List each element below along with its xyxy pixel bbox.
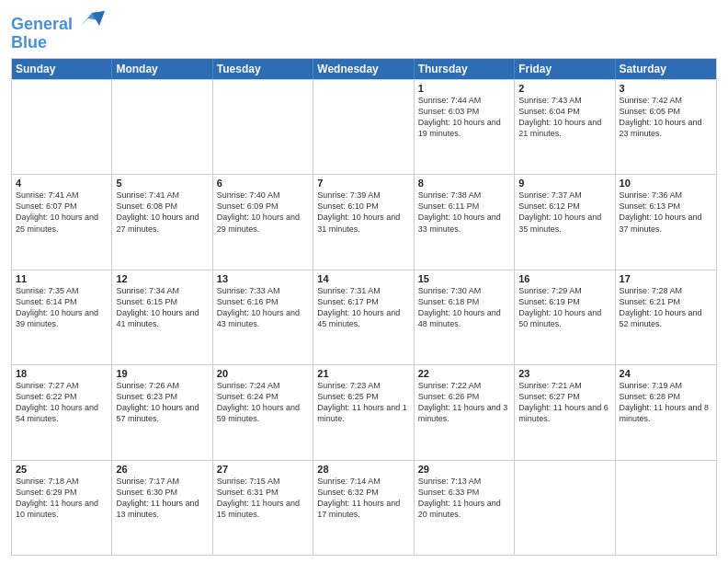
weekday-header: Thursday [415, 59, 515, 79]
day-info: Sunrise: 7:44 AM Sunset: 6:03 PM Dayligh… [418, 95, 510, 140]
day-number: 19 [116, 368, 208, 379]
calendar-header: SundayMondayTuesdayWednesdayThursdayFrid… [12, 59, 716, 79]
calendar-cell: 13Sunrise: 7:33 AM Sunset: 6:16 PM Dayli… [213, 270, 313, 364]
calendar-cell: 21Sunrise: 7:23 AM Sunset: 6:25 PM Dayli… [313, 365, 414, 459]
day-info: Sunrise: 7:43 AM Sunset: 6:04 PM Dayligh… [518, 95, 610, 140]
day-info: Sunrise: 7:37 AM Sunset: 6:12 PM Dayligh… [518, 190, 610, 235]
calendar-cell: 19Sunrise: 7:26 AM Sunset: 6:23 PM Dayli… [112, 365, 212, 459]
calendar-cell: 23Sunrise: 7:21 AM Sunset: 6:27 PM Dayli… [515, 365, 615, 459]
calendar-cell [112, 80, 212, 174]
day-info: Sunrise: 7:19 AM Sunset: 6:28 PM Dayligh… [620, 380, 712, 425]
calendar-cell: 14Sunrise: 7:31 AM Sunset: 6:17 PM Dayli… [313, 270, 414, 364]
day-info: Sunrise: 7:21 AM Sunset: 6:27 PM Dayligh… [518, 380, 610, 425]
day-number: 25 [16, 464, 108, 475]
day-info: Sunrise: 7:27 AM Sunset: 6:22 PM Dayligh… [16, 380, 108, 425]
page: General Blue SundayMondayTuesdayWednesda… [0, 0, 728, 563]
day-number: 12 [116, 273, 208, 284]
day-number: 20 [217, 368, 309, 379]
calendar-cell: 24Sunrise: 7:19 AM Sunset: 6:28 PM Dayli… [616, 365, 716, 459]
calendar-row: 25Sunrise: 7:18 AM Sunset: 6:29 PM Dayli… [12, 460, 716, 555]
day-info: Sunrise: 7:15 AM Sunset: 6:31 PM Dayligh… [217, 476, 309, 521]
day-info: Sunrise: 7:13 AM Sunset: 6:33 PM Dayligh… [418, 476, 510, 521]
day-info: Sunrise: 7:22 AM Sunset: 6:26 PM Dayligh… [418, 380, 510, 425]
day-number: 17 [620, 273, 712, 284]
calendar-cell: 11Sunrise: 7:35 AM Sunset: 6:14 PM Dayli… [12, 270, 112, 364]
calendar-cell: 3Sunrise: 7:42 AM Sunset: 6:05 PM Daylig… [616, 80, 716, 174]
day-number: 21 [317, 368, 409, 379]
weekday-header: Sunday [12, 59, 112, 79]
day-number: 27 [217, 464, 309, 475]
logo-general: General [11, 15, 73, 33]
day-info: Sunrise: 7:26 AM Sunset: 6:23 PM Dayligh… [116, 380, 208, 425]
calendar-cell [12, 80, 112, 174]
day-info: Sunrise: 7:30 AM Sunset: 6:18 PM Dayligh… [418, 285, 510, 330]
calendar-cell: 26Sunrise: 7:17 AM Sunset: 6:30 PM Dayli… [112, 461, 212, 555]
day-number: 24 [620, 368, 712, 379]
day-info: Sunrise: 7:23 AM Sunset: 6:25 PM Dayligh… [317, 380, 409, 425]
calendar-cell: 5Sunrise: 7:41 AM Sunset: 6:08 PM Daylig… [112, 175, 212, 269]
day-number: 7 [317, 178, 409, 189]
day-info: Sunrise: 7:14 AM Sunset: 6:32 PM Dayligh… [317, 476, 409, 521]
day-info: Sunrise: 7:41 AM Sunset: 6:07 PM Dayligh… [16, 190, 108, 235]
day-number: 28 [317, 464, 409, 475]
logo-text: General [11, 9, 105, 34]
day-number: 11 [16, 273, 108, 284]
day-number: 29 [418, 464, 510, 475]
day-number: 18 [16, 368, 108, 379]
weekday-header: Wednesday [313, 59, 414, 79]
day-info: Sunrise: 7:24 AM Sunset: 6:24 PM Dayligh… [217, 380, 309, 425]
day-info: Sunrise: 7:17 AM Sunset: 6:30 PM Dayligh… [116, 476, 208, 521]
calendar-cell: 10Sunrise: 7:36 AM Sunset: 6:13 PM Dayli… [616, 175, 716, 269]
calendar-cell: 22Sunrise: 7:22 AM Sunset: 6:26 PM Dayli… [415, 365, 515, 459]
day-number: 8 [418, 178, 510, 189]
weekday-header: Saturday [616, 59, 716, 79]
calendar-cell: 15Sunrise: 7:30 AM Sunset: 6:18 PM Dayli… [415, 270, 515, 364]
calendar-cell: 20Sunrise: 7:24 AM Sunset: 6:24 PM Dayli… [213, 365, 313, 459]
day-info: Sunrise: 7:41 AM Sunset: 6:08 PM Dayligh… [116, 190, 208, 235]
day-number: 6 [217, 178, 309, 189]
day-info: Sunrise: 7:31 AM Sunset: 6:17 PM Dayligh… [317, 285, 409, 330]
calendar-cell: 8Sunrise: 7:38 AM Sunset: 6:11 PM Daylig… [415, 175, 515, 269]
day-info: Sunrise: 7:38 AM Sunset: 6:11 PM Dayligh… [418, 190, 510, 235]
day-info: Sunrise: 7:29 AM Sunset: 6:19 PM Dayligh… [518, 285, 610, 330]
calendar-row: 4Sunrise: 7:41 AM Sunset: 6:07 PM Daylig… [12, 174, 716, 269]
day-info: Sunrise: 7:35 AM Sunset: 6:14 PM Dayligh… [16, 285, 108, 330]
calendar-cell: 17Sunrise: 7:28 AM Sunset: 6:21 PM Dayli… [616, 270, 716, 364]
day-number: 3 [620, 83, 712, 94]
day-number: 2 [518, 83, 610, 94]
calendar: SundayMondayTuesdayWednesdayThursdayFrid… [11, 58, 717, 556]
calendar-cell: 12Sunrise: 7:34 AM Sunset: 6:15 PM Dayli… [112, 270, 212, 364]
weekday-header: Tuesday [213, 59, 313, 79]
calendar-cell: 7Sunrise: 7:39 AM Sunset: 6:10 PM Daylig… [313, 175, 414, 269]
calendar-cell: 2Sunrise: 7:43 AM Sunset: 6:04 PM Daylig… [515, 80, 615, 174]
header: General Blue [11, 9, 717, 52]
weekday-header: Friday [515, 59, 615, 79]
day-info: Sunrise: 7:33 AM Sunset: 6:16 PM Dayligh… [217, 285, 309, 330]
calendar-cell: 27Sunrise: 7:15 AM Sunset: 6:31 PM Dayli… [213, 461, 313, 555]
calendar-cell [616, 461, 716, 555]
calendar-cell [313, 80, 414, 174]
calendar-row: 11Sunrise: 7:35 AM Sunset: 6:14 PM Dayli… [12, 270, 716, 364]
calendar-row: 18Sunrise: 7:27 AM Sunset: 6:22 PM Dayli… [12, 364, 716, 459]
calendar-cell: 29Sunrise: 7:13 AM Sunset: 6:33 PM Dayli… [415, 461, 515, 555]
day-info: Sunrise: 7:34 AM Sunset: 6:15 PM Dayligh… [116, 285, 208, 330]
calendar-cell: 4Sunrise: 7:41 AM Sunset: 6:07 PM Daylig… [12, 175, 112, 269]
calendar-cell: 25Sunrise: 7:18 AM Sunset: 6:29 PM Dayli… [12, 461, 112, 555]
day-number: 15 [418, 273, 510, 284]
calendar-cell: 16Sunrise: 7:29 AM Sunset: 6:19 PM Dayli… [515, 270, 615, 364]
calendar-cell: 1Sunrise: 7:44 AM Sunset: 6:03 PM Daylig… [415, 80, 515, 174]
day-info: Sunrise: 7:40 AM Sunset: 6:09 PM Dayligh… [217, 190, 309, 235]
day-number: 5 [116, 178, 208, 189]
day-info: Sunrise: 7:18 AM Sunset: 6:29 PM Dayligh… [16, 476, 108, 521]
day-number: 26 [116, 464, 208, 475]
logo-blue: Blue [11, 34, 105, 52]
calendar-cell [213, 80, 313, 174]
day-number: 16 [518, 273, 610, 284]
calendar-row: 1Sunrise: 7:44 AM Sunset: 6:03 PM Daylig… [12, 79, 716, 174]
weekday-header: Monday [112, 59, 212, 79]
day-info: Sunrise: 7:28 AM Sunset: 6:21 PM Dayligh… [620, 285, 712, 330]
logo-bird-icon [79, 9, 105, 29]
calendar-cell: 18Sunrise: 7:27 AM Sunset: 6:22 PM Dayli… [12, 365, 112, 459]
day-info: Sunrise: 7:42 AM Sunset: 6:05 PM Dayligh… [620, 95, 712, 140]
day-number: 1 [418, 83, 510, 94]
